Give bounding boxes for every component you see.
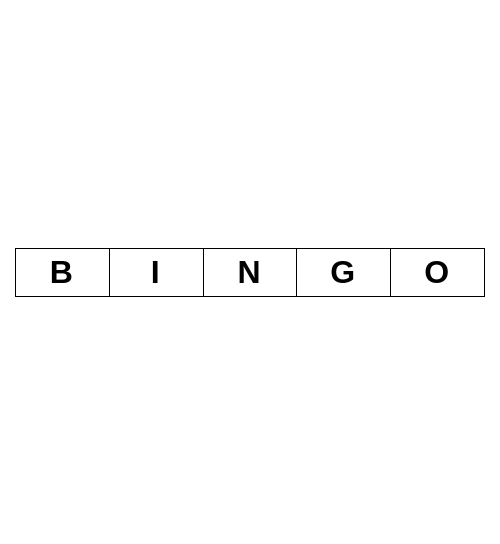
header-row: BINGO — [16, 248, 485, 296]
bingo-card: BINGO — [15, 248, 485, 297]
header-letter-n: N — [203, 248, 297, 296]
header-letter-o: O — [391, 248, 485, 296]
header-letter-i: I — [109, 248, 203, 296]
header-letter-b: B — [16, 248, 110, 296]
header-letter-g: G — [297, 248, 391, 296]
